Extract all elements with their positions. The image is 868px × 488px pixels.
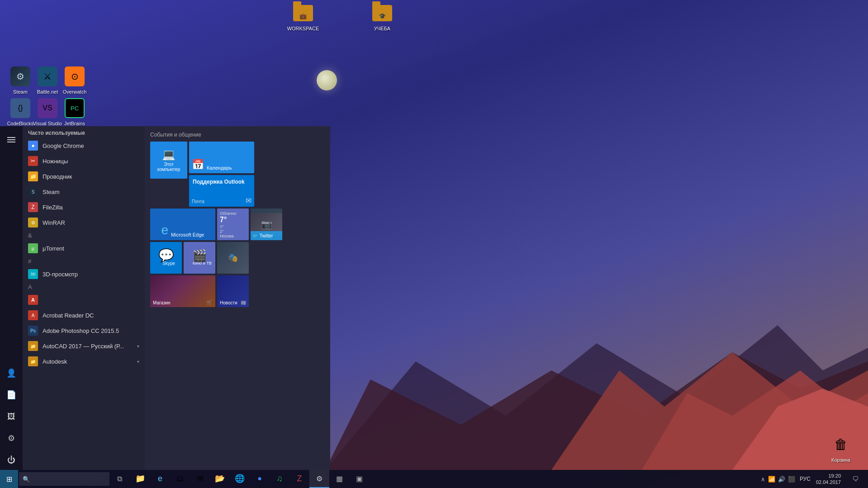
user-button[interactable]: 👤 (1, 363, 21, 383)
tile-twitter[interactable]: 🐦 Twitter 📷 (251, 208, 282, 240)
tile-magaz[interactable]: Магазин 🛒 (150, 275, 215, 307)
task-view-button[interactable]: ⧉ (110, 470, 128, 488)
hamburger-button[interactable] (1, 130, 21, 150)
tile-calendar[interactable]: 📅 Календарь (189, 142, 254, 173)
desktop-icon-recycle-bin[interactable]: 🗑 Корзина (823, 434, 859, 463)
tile-news-image[interactable]: 🎭 (217, 242, 249, 274)
windows-logo-icon: ⊞ (6, 475, 12, 483)
taskbar-app-edge[interactable]: e (150, 470, 170, 488)
alpha-divider-a: А (23, 282, 145, 292)
outlook-title: Поддержка Outlook (193, 179, 251, 185)
start-app-utorrent[interactable]: µ µTorrent (23, 241, 145, 256)
documents-icon: 📄 (6, 390, 16, 400)
power-button[interactable]: ⏻ (1, 450, 21, 470)
taskbar-app-app11[interactable]: ▦ (329, 470, 349, 488)
taskbar-clock[interactable]: 19:20 02.04.2017 (812, 473, 844, 486)
start-app-winrar[interactable]: ⚙ WinRAR (23, 215, 145, 230)
taskbar-app-chrome[interactable]: ● (250, 470, 270, 488)
task-view-icon: ⧉ (117, 475, 122, 483)
magaz-label: Магазин (153, 300, 171, 305)
tiles-grid: 💻 Этот компьютер 📅 Календарь Поддержка O… (150, 142, 325, 307)
weather-temp: 7° (220, 216, 246, 224)
tiles-row-1: 💻 Этот компьютер 📅 Календарь Поддержка O… (150, 142, 325, 207)
filezilla-icon: Z (28, 202, 38, 212)
this-computer-label: Этот компьютер (154, 162, 184, 172)
notification-area: ∧ 📶 🔊 ⬛ (758, 476, 798, 483)
notification-center-button[interactable]: 🗨 (846, 470, 864, 488)
start-app-access2016[interactable]: A (23, 292, 145, 308)
hamburger-icon (7, 137, 15, 142)
user-icon: 👤 (6, 368, 16, 378)
photos-icon: 🖼 (7, 412, 15, 422)
start-app-acrobat[interactable]: A Acrobat Reader DC (23, 308, 145, 323)
tile-outlook[interactable]: Поддержка Outlook Почта ✉ (189, 175, 254, 207)
desktop-icon-overwatch[interactable]: ⊙ Overwatch (57, 66, 93, 95)
app12-taskbar-icon: ▣ (356, 474, 363, 483)
twitter-label: Twitter (260, 233, 273, 238)
start-app-autocad[interactable]: 📁 AutoCAD 2017 — Русский (Р... ▾ (23, 338, 145, 354)
taskbar: ⊞ 🔍 ⧉ 📁 e 🗂 ✉ 📂 (0, 470, 868, 488)
volume-icon[interactable]: 🔊 (778, 476, 785, 483)
start-app-filezilla[interactable]: Z FileZilla (23, 199, 145, 215)
winexplorer-taskbar-icon: 📂 (215, 474, 225, 483)
taskbar-tray: ∧ 📶 🔊 ⬛ РУС 19:20 02.04.2017 🗨 (758, 470, 868, 488)
explorer-icon: 📁 (28, 171, 38, 181)
desktop: 💼 WORKSPACE 🎓 УЧЕБА ⚙ Steam ⚔ Battle.net (0, 0, 868, 488)
chrome-icon: ● (28, 141, 38, 151)
tiles-row-4: Магазин 🛒 Новости 📰 (150, 275, 325, 307)
start-app-3dview[interactable]: 3D 3D-просмотр (23, 266, 145, 282)
language-indicator[interactable]: РУС (800, 476, 811, 482)
tile-weather[interactable]: Облачно 7° 7°2° Москва (217, 208, 249, 240)
taskbar-search[interactable]: 🔍 (19, 472, 109, 486)
tiles-row-2: e Microsoft Edge Облачно 7° 7°2° Москва … (150, 208, 325, 240)
taskbar-app-globe[interactable]: 🌐 (230, 470, 250, 488)
utorrent-icon: µ (28, 243, 38, 253)
taskbar-app-spotify[interactable]: ♫ (270, 470, 289, 488)
battery-icon: ⬛ (788, 476, 795, 483)
twitter-icon: 🐦 (252, 233, 258, 238)
autodesk-icon: 📁 (28, 356, 38, 366)
start-app-google-chrome[interactable]: ● Google Chrome (23, 138, 145, 153)
start-button[interactable]: ⊞ (0, 470, 18, 488)
tile-this-computer[interactable]: 💻 Этот компьютер (150, 142, 187, 179)
taskbar-app-mail[interactable]: ✉ (190, 470, 210, 488)
computer-icon: 💻 (162, 148, 175, 161)
mountain-background (325, 280, 868, 470)
start-app-autodesk[interactable]: 📁 Autodesk ▾ (23, 354, 145, 369)
scissors-icon: ✂ (28, 156, 38, 166)
settings-button[interactable]: ⚙ (1, 428, 21, 448)
tile-kino[interactable]: 🎬 Кино и ТВ (184, 242, 215, 274)
taskbar-app-explorer[interactable]: 📁 (130, 470, 150, 488)
start-app-photoshop[interactable]: Ps Adobe Photoshop CC 2015.5 (23, 323, 145, 338)
filezilla-taskbar-icon: Z (297, 474, 302, 483)
start-app-nozhnicy[interactable]: ✂ Ножницы (23, 153, 145, 169)
steam-icon: S (28, 187, 38, 197)
chrome-taskbar-icon: ● (257, 474, 262, 483)
network-icon[interactable]: 📶 (768, 476, 775, 483)
acrobat-icon: A (28, 310, 38, 320)
kino-label: Кино и ТВ (193, 261, 212, 265)
explorer-taskbar-icon: 📁 (135, 474, 145, 483)
taskbar-app-steam[interactable]: ⚙ (309, 470, 329, 488)
desktop-icon-ucheba[interactable]: 🎓 УЧЕБА (364, 2, 400, 32)
tile-microsoft-edge[interactable]: e Microsoft Edge (150, 208, 215, 240)
weather-extra: 7°2° (220, 225, 246, 234)
start-app-steam[interactable]: S Steam (23, 184, 145, 199)
expand-icon: ▾ (137, 344, 139, 349)
taskbar-app-winexplorer[interactable]: 📂 (210, 470, 230, 488)
chevron-up-icon[interactable]: ∧ (761, 476, 765, 483)
calendar-icon: 📅 (192, 159, 204, 171)
novosti-label: Новости (220, 300, 237, 305)
taskbar-app-filezilla[interactable]: Z (289, 470, 309, 488)
taskbar-app-app12[interactable]: ▣ (349, 470, 369, 488)
start-app-provodnik[interactable]: 📁 Проводник (23, 169, 145, 184)
tile-novosti[interactable]: Новости 📰 (217, 275, 249, 307)
taskbar-app-explorer2[interactable]: 🗂 (170, 470, 190, 488)
mail-taskbar-icon: ✉ (197, 474, 204, 483)
photos-button[interactable]: 🖼 (1, 407, 21, 426)
documents-button[interactable]: 📄 (1, 385, 21, 405)
start-menu-left-nav: 👤 📄 🖼 ⚙ ⏻ (0, 126, 23, 470)
desktop-icon-workspace[interactable]: 💼 WORKSPACE (285, 2, 321, 32)
tile-skype[interactable]: 💬 Skype (150, 242, 182, 274)
autocad-icon: 📁 (28, 341, 38, 351)
